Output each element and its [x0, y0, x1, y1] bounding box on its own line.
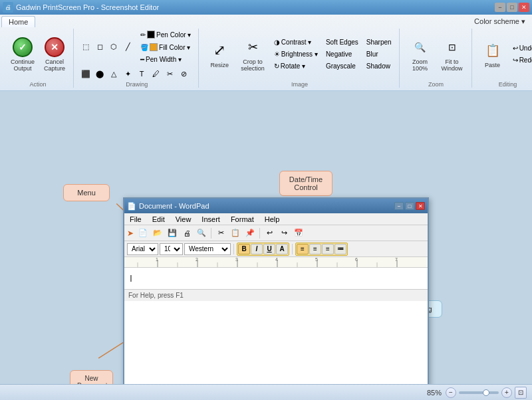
tool-new[interactable]: 📄: [136, 227, 150, 239]
undo-icon: ↩: [513, 45, 518, 52]
zoom-in-button[interactable]: +: [501, 387, 512, 398]
draw-tool-4[interactable]: ╱: [121, 41, 134, 53]
menu-insert[interactable]: Insert: [199, 215, 223, 224]
tool-open[interactable]: 📂: [151, 227, 164, 239]
cancel-capture-button[interactable]: ✕ CancelCapture: [40, 35, 69, 74]
resize-icon: ⤢: [209, 40, 230, 61]
undo-button[interactable]: ↩ Undo: [509, 43, 532, 54]
contrast-icon: ◑: [274, 39, 280, 46]
size-select[interactable]: 10: [160, 243, 183, 255]
draw-tool-6[interactable]: ⬤: [93, 68, 106, 80]
action-buttons: ✓ Continue Output ✕ CancelCapture: [7, 29, 69, 80]
draw-tool-7[interactable]: △: [107, 68, 120, 80]
title-bar: 🖨 Gadwin PrintScreen Pro - Screenshot Ed…: [0, 0, 532, 15]
pen-width-button[interactable]: ━ Pen Width ▾: [137, 54, 194, 65]
underline-button[interactable]: U: [263, 244, 275, 254]
draw-tool-9[interactable]: T: [135, 68, 148, 80]
zoom-controls: − + ⊡: [446, 387, 527, 399]
fit-screen-button[interactable]: ⊡: [515, 387, 527, 399]
draw-tool-8[interactable]: ✦: [121, 68, 134, 80]
fmt-sep-2: [292, 244, 293, 254]
encoding-select[interactable]: Western: [184, 243, 231, 255]
wordpad-maximize[interactable]: □: [405, 202, 414, 210]
draw-tool-5[interactable]: ⬛: [79, 68, 92, 80]
image-group-label: Image: [291, 80, 308, 88]
menu-view[interactable]: View: [173, 215, 194, 224]
align-center[interactable]: ≡: [309, 244, 321, 254]
zoom-out-button[interactable]: −: [446, 387, 456, 398]
tool-paste[interactable]: 📌: [243, 227, 257, 239]
italic-button[interactable]: I: [251, 244, 263, 254]
tool-undo[interactable]: ↩: [263, 227, 276, 239]
draw-tool-1[interactable]: ⬚: [79, 41, 92, 53]
pen-width-icon: ━: [140, 56, 144, 63]
resize-button[interactable]: ⤢ Resize: [204, 37, 235, 72]
text-cursor-indicator: I: [130, 273, 132, 284]
tool-copy[interactable]: 📋: [229, 227, 242, 239]
wordpad-titlebar: 📄 Document - WordPad − □ ✕: [124, 199, 428, 213]
wordpad-content[interactable]: I: [124, 268, 428, 289]
paste-button[interactable]: 📋 Paste: [477, 37, 508, 72]
sharpen-button[interactable]: Sharpen: [363, 37, 395, 48]
ribbon-tabs: Home Color scheme ▾: [0, 15, 532, 27]
continue-label: Continue Output: [11, 58, 35, 72]
tool-preview[interactable]: 🔍: [195, 227, 208, 239]
menu-edit[interactable]: Edit: [150, 215, 168, 224]
redo-button[interactable]: ↪ Redo: [509, 54, 532, 66]
minimize-button[interactable]: −: [495, 3, 505, 12]
main-canvas: Menu Date/TimeControl NewDocument Rulers…: [0, 91, 532, 400]
brightness-button[interactable]: ☀ Brightness ▾: [271, 49, 321, 60]
draw-tool-10[interactable]: 🖊: [149, 68, 162, 80]
color-scheme-menu[interactable]: Color scheme ▾: [469, 16, 531, 27]
bold-button[interactable]: B: [238, 244, 250, 254]
draw-tool-3[interactable]: ⬡: [107, 41, 120, 53]
tool-save[interactable]: 💾: [166, 227, 179, 239]
zoom-slider-thumb: [483, 389, 489, 396]
color-button[interactable]: A: [276, 244, 288, 254]
pen-color-swatch: [147, 31, 155, 39]
blur-button[interactable]: Blur: [363, 49, 395, 60]
fill-color-button[interactable]: 🪣 Fill Color ▾: [137, 41, 194, 53]
close-button[interactable]: ✕: [519, 3, 529, 12]
fit-window-button[interactable]: ⊡ Fit toWindow: [437, 33, 467, 75]
tool-insert-date[interactable]: 📅: [292, 227, 305, 239]
fill-icon: 🪣: [140, 44, 148, 51]
cancel-icon: ✕: [45, 37, 65, 57]
bullet-list[interactable]: ≔: [334, 244, 346, 254]
callout-menu: Menu: [63, 184, 110, 201]
contrast-button[interactable]: ◑ Contrast ▾: [271, 37, 321, 48]
tool-cut[interactable]: ✂: [214, 227, 227, 239]
menu-help[interactable]: Help: [262, 215, 283, 224]
wordpad-close[interactable]: ✕: [416, 202, 425, 210]
svg-text:3: 3: [235, 257, 238, 262]
ribbon-group-zoom: 🔍 Zoom100% ⊡ Fit toWindow Zoom: [401, 29, 472, 88]
align-right[interactable]: ≡: [322, 244, 334, 254]
menu-format[interactable]: Format: [228, 215, 257, 224]
zoom-slider[interactable]: [459, 391, 499, 394]
tab-home[interactable]: Home: [1, 16, 35, 27]
align-left[interactable]: ≡: [297, 244, 309, 254]
rotate-button[interactable]: ↻ Rotate ▾: [271, 60, 321, 72]
grayscale-button[interactable]: Grayscale: [323, 60, 362, 72]
tool-redo-arrow[interactable]: ↪: [277, 227, 291, 239]
font-select[interactable]: Arial: [127, 243, 158, 255]
menu-file[interactable]: File: [127, 215, 144, 224]
pen-color-button[interactable]: ✏ Pen Color ▾: [137, 29, 194, 41]
continue-output-button[interactable]: ✓ Continue Output: [7, 35, 39, 74]
action-group-label: Action: [30, 80, 47, 88]
shadow-button[interactable]: Shadow: [363, 60, 395, 72]
wordpad-minimize[interactable]: −: [394, 202, 404, 210]
crop-button[interactable]: ✂ Crop toselection: [236, 33, 269, 75]
soft-edges-button[interactable]: Soft Edges: [323, 37, 362, 48]
tool-print[interactable]: 🖨: [180, 227, 194, 239]
maximize-button[interactable]: □: [507, 3, 517, 12]
wordpad-statusbar: For Help, press F1: [124, 289, 428, 301]
negative-button[interactable]: Negative: [323, 49, 362, 60]
draw-tool-12[interactable]: ⊘: [177, 68, 190, 80]
crop-icon: ✂: [242, 37, 263, 58]
draw-tool-2[interactable]: ◻: [93, 41, 106, 53]
toolbar-sep-1: [211, 228, 211, 239]
zoom100-button[interactable]: 🔍 Zoom100%: [405, 33, 436, 75]
draw-tool-11[interactable]: ✂: [163, 68, 176, 80]
pen-icon: ✏: [140, 31, 146, 39]
